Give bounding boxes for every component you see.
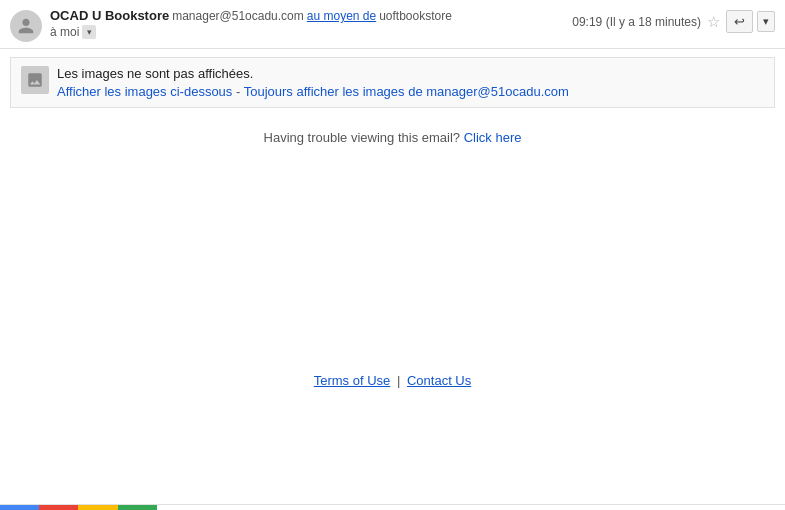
to-line: à moi ▾: [50, 25, 564, 39]
contact-us-link[interactable]: Contact Us: [407, 373, 471, 388]
image-warning-title: Les images ne sont pas affichées.: [57, 66, 569, 81]
email-body: [0, 153, 785, 353]
image-warning-text: Les images ne sont pas affichées. Affich…: [57, 66, 569, 99]
to-me-label: à moi: [50, 25, 79, 39]
image-placeholder-icon: [21, 66, 49, 94]
more-options-button[interactable]: ▾: [757, 11, 775, 32]
timestamp: 09:19 (Il y a 18 minutes): [572, 15, 701, 29]
email-footer: Terms of Use | Contact Us: [0, 353, 785, 418]
terms-of-use-link[interactable]: Terms of Use: [314, 373, 391, 388]
reply-icon: ↩: [734, 14, 745, 29]
from-line: OCAD U Bookstore manager@51ocadu.com au …: [50, 8, 564, 23]
always-show-images-link[interactable]: Toujours afficher les images de manager@…: [244, 84, 569, 99]
reply-button[interactable]: ↩: [726, 10, 753, 33]
sender-domain: uoftbookstore: [379, 9, 452, 23]
image-warning-links: Afficher les images ci-dessous - Toujour…: [57, 84, 569, 99]
link-separator: -: [236, 84, 244, 99]
trouble-viewing-bar: Having trouble viewing this email? Click…: [0, 116, 785, 153]
via-link[interactable]: au moyen de: [307, 9, 376, 23]
email-actions: 09:19 (Il y a 18 minutes) ☆ ↩ ▾: [572, 8, 775, 33]
to-dropdown-button[interactable]: ▾: [82, 25, 96, 39]
click-here-link[interactable]: Click here: [464, 130, 522, 145]
bottom-bar: [0, 504, 785, 510]
sender-email: manager@51ocadu.com: [172, 9, 304, 23]
avatar: [10, 10, 42, 42]
star-button[interactable]: ☆: [705, 13, 722, 31]
sender-name: OCAD U Bookstore: [50, 8, 169, 23]
email-header: OCAD U Bookstore manager@51ocadu.com au …: [0, 0, 785, 49]
show-images-link[interactable]: Afficher les images ci-dessous: [57, 84, 232, 99]
email-meta: OCAD U Bookstore manager@51ocadu.com au …: [50, 8, 564, 39]
footer-separator: |: [397, 373, 400, 388]
image-warning-banner: Les images ne sont pas affichées. Affich…: [10, 57, 775, 108]
trouble-viewing-text: Having trouble viewing this email?: [264, 130, 461, 145]
